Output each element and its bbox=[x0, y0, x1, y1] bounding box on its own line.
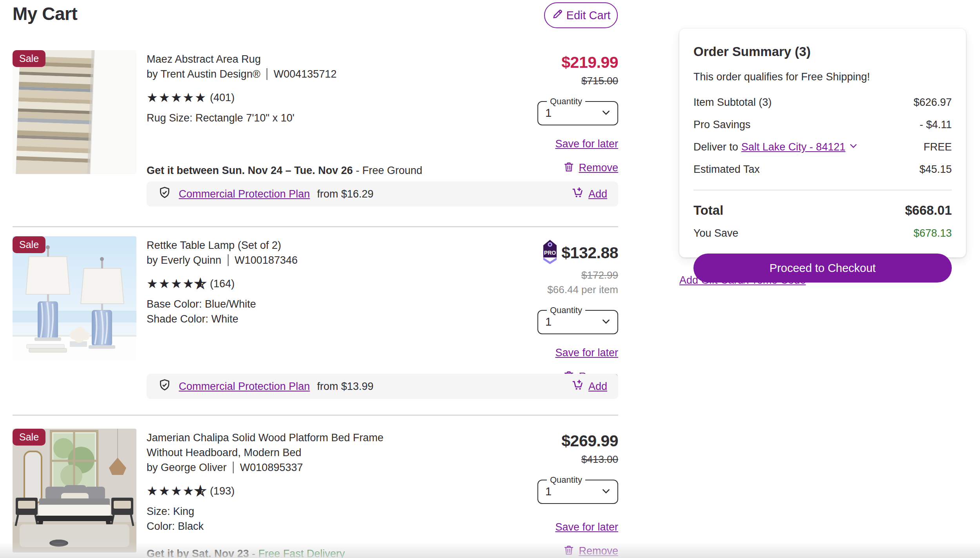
cart-add-icon bbox=[571, 379, 584, 395]
product-name[interactable]: Jamerian Chalipa Solid Wood Platform Bed… bbox=[147, 430, 421, 460]
sale-badge: Sale bbox=[13, 50, 45, 67]
quantity-value: 1 bbox=[545, 485, 552, 498]
total-row: Total $668.01 bbox=[693, 203, 952, 218]
product-byline: by Trent Austin Design® bbox=[147, 67, 260, 82]
quantity-value: 1 bbox=[545, 107, 552, 120]
cart-column: My Cart Edit Cart Sale bbox=[13, 0, 618, 558]
total-label: Total bbox=[693, 203, 723, 218]
chevron-down-icon bbox=[601, 107, 611, 119]
quantity-value: 1 bbox=[545, 315, 552, 328]
rating-row: ★★★★★★ (164) bbox=[147, 276, 462, 291]
star-rating: ★★★★★★ bbox=[147, 485, 207, 497]
rating-count: (164) bbox=[210, 276, 234, 291]
product-option: Shade Color: White bbox=[147, 312, 462, 326]
quantity-selector[interactable]: Quantity 1 bbox=[537, 475, 618, 504]
protection-plan-row: Commercial Protection Plan from $13.99 A… bbox=[147, 374, 618, 399]
gift-card-promo-link[interactable]: Add Gift Card/Promo Code bbox=[679, 274, 806, 286]
sale-badge: Sale bbox=[13, 429, 45, 446]
sale-badge: Sale bbox=[13, 236, 45, 253]
trash-icon bbox=[563, 544, 575, 558]
item-price: $132.88 bbox=[561, 244, 618, 262]
cart-item-bed: Sale bbox=[13, 429, 618, 558]
product-details: Jamerian Chalipa Solid Wood Platform Bed… bbox=[147, 429, 462, 558]
item-divider bbox=[13, 226, 618, 227]
pro-badge-icon: PRO bbox=[542, 239, 558, 266]
protection-plan-link[interactable]: Commercial Protection Plan bbox=[179, 188, 310, 200]
remove-label: Remove bbox=[579, 545, 618, 557]
chevron-down-icon bbox=[601, 316, 611, 328]
edit-cart-button[interactable]: Edit Cart bbox=[544, 2, 618, 28]
product-details: Maez Abstract Area Rug by Trent Austin D… bbox=[147, 50, 462, 174]
lamp-illustration bbox=[13, 236, 136, 360]
summary-divider bbox=[693, 190, 952, 190]
protection-plan-price: from $13.99 bbox=[317, 380, 374, 393]
protection-add-button[interactable]: Add bbox=[571, 379, 607, 395]
page-title: My Cart bbox=[13, 3, 77, 24]
product-sku: W100187346 bbox=[235, 253, 298, 268]
chevron-down-icon[interactable] bbox=[849, 141, 858, 153]
remove-label: Remove bbox=[579, 162, 618, 174]
save-for-later-link[interactable]: Save for later bbox=[555, 347, 618, 359]
bed-illustration bbox=[13, 429, 136, 553]
chevron-down-icon bbox=[601, 486, 611, 498]
product-sku: W004135712 bbox=[274, 67, 337, 82]
protection-plan-price: from $16.29 bbox=[317, 188, 374, 200]
product-image-rug[interactable]: Sale bbox=[13, 50, 136, 174]
byline-divider bbox=[267, 68, 267, 80]
quantity-selector[interactable]: Quantity 1 bbox=[537, 96, 618, 125]
protection-add-label: Add bbox=[588, 188, 607, 200]
deliver-location-link[interactable]: Salt Lake City - 84121 bbox=[741, 141, 846, 153]
product-byline: by George Oliver bbox=[147, 460, 227, 475]
rating-row: ★★★★★ (401) bbox=[147, 90, 462, 105]
protection-add-button[interactable]: Add bbox=[571, 186, 607, 202]
tax-value: $45.15 bbox=[919, 163, 952, 176]
item-divider bbox=[13, 415, 618, 416]
pencil-icon bbox=[552, 8, 563, 23]
save-for-later-link[interactable]: Save for later bbox=[555, 521, 618, 533]
remove-button[interactable]: Remove bbox=[563, 161, 618, 174]
item-was-price: $172.99 bbox=[581, 269, 618, 281]
quantity-label: Quantity bbox=[547, 305, 585, 315]
free-shipping-message: This order qualifies for Free Shipping! bbox=[693, 71, 952, 83]
item-price: $219.99 bbox=[561, 53, 618, 72]
protection-plan-row: Commercial Protection Plan from $16.29 A… bbox=[147, 181, 618, 207]
pro-savings-label: Pro Savings bbox=[693, 119, 751, 131]
item-actions: PRO $132.88 $172.99 $66.44 per item Quan… bbox=[472, 236, 618, 383]
product-name[interactable]: Rettke Table Lamp (Set of 2) bbox=[147, 238, 421, 253]
product-byline: by Everly Quinn bbox=[147, 253, 221, 268]
quantity-selector[interactable]: Quantity 1 bbox=[537, 305, 618, 334]
tax-label: Estimated Tax bbox=[693, 163, 760, 176]
remove-button[interactable]: Remove bbox=[563, 544, 618, 558]
svg-text:PRO: PRO bbox=[544, 250, 556, 256]
quantity-label: Quantity bbox=[547, 96, 585, 107]
deliver-row: Deliver to Salt Lake City - 84121 FREE bbox=[693, 141, 952, 153]
pro-savings-row: Pro Savings - $4.11 bbox=[693, 119, 952, 131]
product-option: Color: Black bbox=[147, 519, 462, 534]
rating-count: (193) bbox=[210, 484, 234, 498]
subtotal-row: Item Subtotal (3) $626.97 bbox=[693, 96, 952, 109]
product-image-lamp[interactable]: Sale bbox=[13, 236, 136, 360]
delivery-estimate: Get it between Sun. Nov 24 – Tue. Nov 26… bbox=[147, 165, 422, 177]
product-image-bed[interactable]: Sale bbox=[13, 429, 136, 553]
quantity-label: Quantity bbox=[547, 475, 585, 485]
you-save-row: You Save $678.13 bbox=[693, 227, 952, 239]
star-rating: ★★★★★★ bbox=[147, 277, 207, 290]
shield-check-icon bbox=[158, 378, 172, 395]
product-details: Rettke Table Lamp (Set of 2) by Everly Q… bbox=[147, 236, 462, 383]
rating-row: ★★★★★★ (193) bbox=[147, 484, 462, 498]
protection-plan-link[interactable]: Commercial Protection Plan bbox=[179, 380, 310, 393]
cart-item-lamp: Sale bbox=[13, 236, 618, 383]
item-was-price: $715.00 bbox=[581, 75, 618, 87]
product-sku: W010895337 bbox=[240, 460, 303, 475]
subtotal-value: $626.97 bbox=[913, 96, 952, 109]
save-for-later-link[interactable]: Save for later bbox=[555, 138, 618, 150]
my-cart-page: My Cart Edit Cart Sale bbox=[0, 0, 980, 558]
you-save-label: You Save bbox=[693, 227, 739, 239]
byline-divider bbox=[228, 254, 229, 266]
cart-item-rug: Sale Maez Abstract Area Rug by Trent Aus… bbox=[13, 50, 618, 174]
order-summary-card: Order Summary (3) This order qualifies f… bbox=[679, 29, 966, 257]
product-option: Rug Size: Rectangle 7'10" x 10' bbox=[147, 111, 462, 125]
product-name[interactable]: Maez Abstract Area Rug bbox=[147, 52, 421, 67]
edit-cart-label: Edit Cart bbox=[566, 9, 611, 22]
you-save-value: $678.13 bbox=[913, 227, 952, 239]
